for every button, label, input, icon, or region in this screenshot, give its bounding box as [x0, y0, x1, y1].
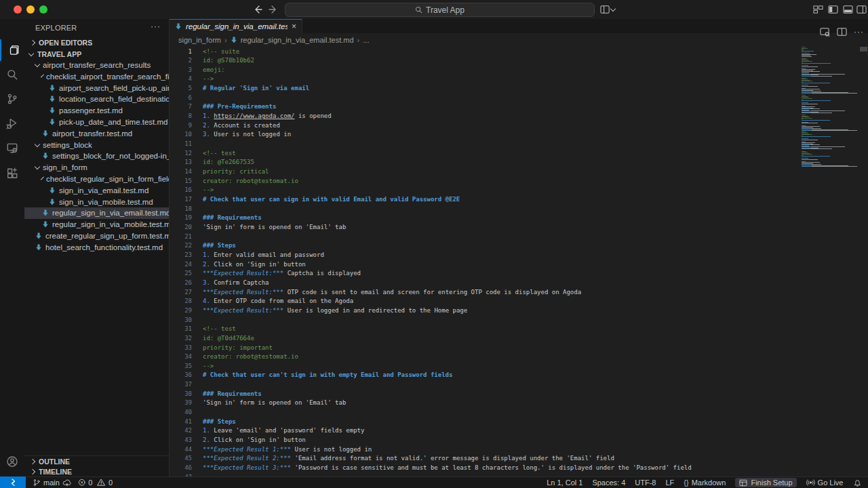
- accounts-button[interactable]: [0, 451, 24, 472]
- code-line[interactable]: [203, 316, 692, 325]
- code-line[interactable]: 1. https://www.agoda.com/ is opened: [203, 112, 692, 121]
- breadcrumb-item[interactable]: ...: [363, 36, 369, 44]
- code-line[interactable]: ***Expected Result 2:*** 'Email address …: [203, 454, 692, 464]
- code-line[interactable]: emoji:: [203, 66, 692, 75]
- code-line[interactable]: priority: critical: [203, 167, 692, 177]
- code-line[interactable]: # Regular 'Sign in' via email: [203, 84, 692, 94]
- close-window-button[interactable]: [14, 5, 22, 14]
- code-line[interactable]: <!-- suite: [203, 47, 692, 57]
- notifications-button[interactable]: [853, 479, 862, 487]
- sidebar-item-source-control[interactable]: [0, 88, 24, 110]
- finish-setup-item[interactable]: Finish Setup: [735, 478, 796, 487]
- code-line[interactable]: 1. Enter valid email and password: [203, 251, 692, 260]
- code-line[interactable]: ### Requirements: [203, 390, 692, 399]
- tree-item-checklist-airport-transfer-search-fie[interactable]: checklist_airport_transfer_search_fie...: [24, 70, 169, 82]
- tree-item-sign-in-via-email-test-md[interactable]: sign_in_via_email.test.md: [24, 184, 169, 196]
- code-line[interactable]: [203, 140, 692, 149]
- toggle-secondary-sidebar-button[interactable]: [855, 4, 867, 15]
- code-line[interactable]: [203, 205, 692, 214]
- breadcrumb-item[interactable]: sign_in_form: [178, 36, 221, 44]
- code-line[interactable]: creator: robot@testomat.io: [203, 177, 692, 186]
- problems-item[interactable]: 0 0: [78, 479, 113, 487]
- encoding-item[interactable]: UTF-8: [635, 479, 656, 487]
- grid-layout-button[interactable]: [812, 4, 824, 15]
- code-line[interactable]: priority: important: [203, 344, 692, 353]
- code-line[interactable]: ***Expected Result 3:*** 'Password is ca…: [203, 464, 692, 473]
- tree-item-checklist-regular-sign-in-form-field[interactable]: checklist_regular_sign_in_form_field...: [24, 174, 169, 185]
- tree-item-settings-block-for-not-logged-in-us[interactable]: settings_block_for_not_logged-in_us...: [24, 150, 169, 162]
- toggle-primary-sidebar-button[interactable]: [827, 4, 839, 15]
- zoom-window-button[interactable]: [39, 5, 47, 14]
- code-line[interactable]: [203, 232, 692, 242]
- code-line[interactable]: 2. Click on 'Sign in' button: [203, 436, 692, 445]
- tree-item-settings-block[interactable]: settings_block: [24, 139, 169, 150]
- code-line[interactable]: ### Pre-Requirements: [203, 102, 692, 112]
- tree-item-regular-sign-in-via-email-test-md[interactable]: regular_sign_in_via_email.test.md: [24, 207, 169, 219]
- code-line[interactable]: -->: [203, 75, 692, 84]
- scrollbar-thumb[interactable]: [860, 47, 867, 52]
- minimize-window-button[interactable]: [26, 5, 35, 14]
- tree-item-location-search-field-destination-l[interactable]: location_search_field_destination_l...: [24, 94, 169, 105]
- workspace-section[interactable]: TRAVEL APP: [24, 48, 174, 60]
- code-line[interactable]: 'Sign in' form is opened on 'Email' tab: [203, 223, 692, 232]
- code-line[interactable]: 2. Click on 'Sign in' button: [203, 260, 692, 270]
- code-line[interactable]: [203, 408, 692, 418]
- code-line[interactable]: <!-- test: [203, 149, 692, 159]
- code-line[interactable]: ***Expected Result 1:*** User is not log…: [203, 445, 692, 455]
- code-line[interactable]: id: @Te2667535: [203, 158, 692, 167]
- open-editors-section[interactable]: OPEN EDITORS: [24, 37, 175, 48]
- code-line[interactable]: 3. User is not logged in: [203, 130, 692, 140]
- code-line[interactable]: [203, 94, 692, 103]
- sidebar-item-search[interactable]: [0, 64, 24, 85]
- code-line[interactable]: -->: [203, 362, 692, 371]
- code-line[interactable]: ***Expected Result:*** OTP code is sent …: [203, 288, 692, 298]
- tree-item-pick-up-date-and-time-test-md[interactable]: pick-up_date_and_time.test.md: [24, 117, 169, 128]
- remote-indicator[interactable]: [0, 476, 26, 488]
- cursor-position-item[interactable]: Ln 1, Col 1: [547, 479, 583, 487]
- language-mode-item[interactable]: {} Markdown: [684, 479, 726, 487]
- code-editor[interactable]: <!-- suiteid: @S78b10b62emoji:--># Regul…: [203, 47, 692, 477]
- sidebar-item-explorer[interactable]: [0, 39, 26, 61]
- code-line[interactable]: 2. Account is created: [203, 121, 692, 131]
- command-center-search[interactable]: Travel App: [285, 3, 595, 17]
- close-tab-button[interactable]: ×: [292, 22, 296, 30]
- code-line[interactable]: <!-- test: [203, 325, 692, 334]
- tree-item-airport-search-field-pick-up-airpor[interactable]: airport_search_field_pick-up_airpor...: [24, 82, 169, 94]
- tree-item-hotel-search-functionality-test-md[interactable]: hotel_search_functionality.test.md: [24, 241, 169, 253]
- tree-item-regular-sign-in-via-mobile-test-md[interactable]: regular_sign_in_via_mobile.test.md: [24, 219, 169, 230]
- tree-item-airport-transfer-test-md[interactable]: airport_transfer.test.md: [24, 127, 169, 139]
- toggle-panel-button[interactable]: [842, 4, 854, 15]
- code-line[interactable]: [203, 380, 692, 390]
- tree-item-passenger-test-md[interactable]: passenger.test.md: [24, 105, 169, 117]
- code-line[interactable]: 4. Enter OTP code from email on the Agod…: [203, 297, 692, 306]
- tree-item-airport-transfer-search-results[interactable]: airport_transfer_search_results: [24, 60, 169, 71]
- code-line[interactable]: ### Steps: [203, 241, 692, 251]
- forward-button[interactable]: [267, 3, 280, 16]
- explorer-more-actions-button[interactable]: ···: [151, 22, 161, 31]
- back-button[interactable]: [251, 3, 264, 16]
- code-line[interactable]: ***Expected Result:*** Captcha is displa…: [203, 269, 692, 279]
- timeline-section[interactable]: TIMELINE: [24, 466, 175, 476]
- code-line[interactable]: 'Sign in' form is opened on 'Email' tab: [203, 399, 692, 408]
- code-line[interactable]: 3. Confirm Captcha: [203, 279, 692, 288]
- code-line[interactable]: ### Steps: [203, 418, 692, 427]
- tree-item-sign-in-form[interactable]: sign_in_form: [24, 162, 169, 174]
- code-line[interactable]: ### Requirements: [203, 214, 692, 223]
- sidebar-item-run-debug[interactable]: [0, 113, 24, 134]
- code-line[interactable]: 1. Leave 'email' and 'password' fields e…: [203, 426, 692, 436]
- layout-dropdown-button[interactable]: [610, 4, 616, 15]
- indentation-item[interactable]: Spaces: 4: [592, 479, 625, 487]
- code-line[interactable]: id: @S78b10b62: [203, 56, 692, 66]
- sidebar-item-remote-explorer[interactable]: [0, 137, 24, 159]
- tree-item-create-regular-sign-up-form-test-md[interactable]: create_regular_sign_up_form.test.md: [24, 230, 169, 242]
- code-line[interactable]: ***Expected Result:*** User is logged in…: [203, 306, 692, 316]
- sidebar-item-extensions[interactable]: [0, 163, 24, 184]
- git-branch-item[interactable]: main: [33, 479, 71, 487]
- code-line[interactable]: id: @T0d47664e: [203, 334, 692, 344]
- tab-regular-sign-in-via-email[interactable]: regular_sign_in_via_email.test.md ×: [170, 19, 302, 33]
- code-line[interactable]: # Check that user can sign in with valid…: [203, 195, 692, 205]
- code-line[interactable]: # Check that user can't sign in with emp…: [203, 371, 692, 380]
- code-line[interactable]: creator: robot@testomat.io: [203, 352, 692, 362]
- outline-section[interactable]: OUTLINE: [24, 455, 175, 467]
- breadcrumb-item[interactable]: regular_sign_in_via_email.test.md: [241, 36, 354, 44]
